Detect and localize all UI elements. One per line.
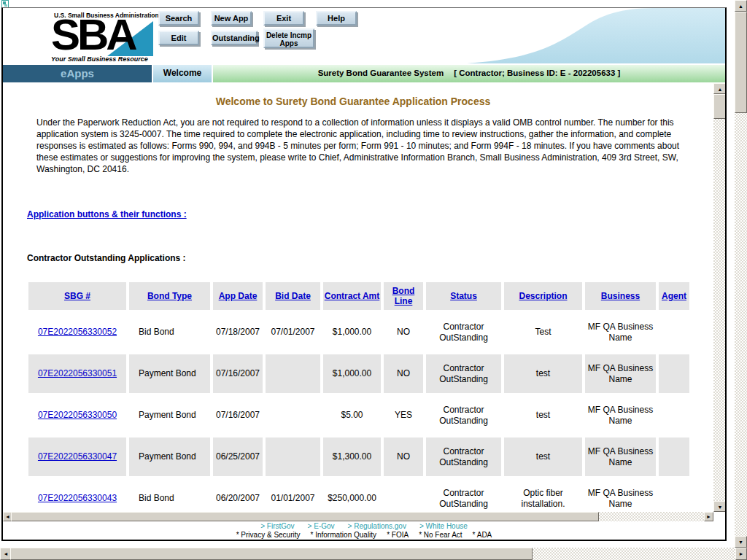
masthead: U.S. Small Business Administration SBA Y… bbox=[3, 8, 725, 65]
cell-agent bbox=[659, 396, 689, 435]
window-vertical-scroll-thumb[interactable] bbox=[735, 12, 747, 113]
table-header: SBG #Bond TypeApp DateBid DateContract A… bbox=[28, 282, 689, 310]
cell-bond_line: NO bbox=[384, 313, 423, 351]
cell-bond_type: Bid Bond bbox=[129, 479, 210, 512]
sbg-number-link[interactable]: 07E2022056330047 bbox=[38, 451, 117, 462]
cell-description: test bbox=[504, 438, 582, 476]
sort-link-business[interactable]: Business bbox=[601, 291, 640, 301]
sort-link-description[interactable]: Description bbox=[519, 291, 567, 301]
column-header-bid-date: Bid Date bbox=[266, 282, 320, 310]
gov-link-e-gov[interactable]: > E-Gov bbox=[308, 522, 335, 530]
column-header-app-date: App Date bbox=[213, 282, 263, 310]
gov-link-white-house[interactable]: > White House bbox=[419, 522, 468, 530]
edit-button[interactable]: Edit bbox=[158, 31, 199, 45]
frame-scroll-down-button[interactable]: ▼ bbox=[713, 501, 727, 512]
cell-bond_type: Payment Bond bbox=[129, 438, 210, 476]
frame-vertical-scroll-thumb[interactable] bbox=[713, 94, 727, 119]
sbg-number-link[interactable]: 07E2022056330052 bbox=[38, 327, 117, 337]
cell-app_date: 07/16/2007 bbox=[213, 396, 263, 435]
cell-description: Optic fiber installation. bbox=[504, 479, 582, 512]
frame-vertical-scrollbar[interactable]: ▲ ▼ bbox=[713, 83, 727, 512]
cell-status: Contractor OutStanding bbox=[426, 354, 501, 393]
column-header-business: Business bbox=[585, 282, 656, 310]
window-horizontal-scrollbar[interactable]: ◄ ► bbox=[0, 548, 747, 560]
cell-sbg: 07E2022056330043 bbox=[28, 479, 126, 512]
cell-bond_line: NO bbox=[384, 438, 423, 476]
sort-link-agent[interactable]: Agent bbox=[662, 291, 686, 301]
sort-link-bond-type[interactable]: Bond Type bbox=[147, 291, 192, 301]
table-row: 07E2022056330051Payment Bond07/16/2007$1… bbox=[28, 354, 689, 393]
sort-link-status[interactable]: Status bbox=[450, 291, 477, 301]
cell-contract_amt: $5.00 bbox=[323, 396, 381, 435]
cell-description: test bbox=[504, 354, 582, 393]
cell-business: MF QA Business Name bbox=[585, 479, 656, 512]
cell-description: Test bbox=[504, 313, 582, 351]
tab-welcome[interactable]: Welcome bbox=[153, 65, 212, 82]
cell-bid_date: 07/01/2007 bbox=[266, 313, 320, 351]
policy-link-no-fear-act[interactable]: * No Fear Act bbox=[419, 531, 462, 539]
cell-agent bbox=[659, 479, 689, 512]
application-window: U.S. Small Business Administration SBA Y… bbox=[0, 0, 747, 560]
policy-link-foia[interactable]: * FOIA bbox=[387, 531, 409, 539]
scroll-up-icon: ▲ bbox=[735, 1, 746, 12]
scroll-down-icon: ▼ bbox=[735, 537, 746, 548]
gov-link-regulations-gov[interactable]: > Regulations.gov bbox=[348, 522, 406, 530]
cell-bid_date: 01/01/2007 bbox=[266, 479, 320, 512]
window-scroll-right-button[interactable]: ► bbox=[735, 548, 747, 560]
sort-link-bond-line[interactable]: Bond Line bbox=[392, 286, 415, 306]
sbg-number-link[interactable]: 07E2022056330051 bbox=[38, 368, 117, 378]
column-header-sbg: SBG # bbox=[28, 282, 126, 310]
system-title-text: Surety Bond Guarantee System bbox=[318, 69, 444, 77]
frame-vertical-scroll-track[interactable] bbox=[713, 94, 727, 501]
outstanding-button[interactable]: Outstanding bbox=[211, 31, 258, 45]
cell-status: Contractor OutStanding bbox=[426, 438, 501, 476]
browser-page: U.S. Small Business Administration SBA Y… bbox=[0, 0, 735, 548]
table-row: 07E2022056330047Payment Bond06/25/2007$1… bbox=[28, 438, 689, 476]
gov-link-firstgov[interactable]: > FirstGov bbox=[260, 522, 294, 530]
sort-link-sbg[interactable]: SBG # bbox=[64, 291, 90, 301]
scroll-down-icon: ▼ bbox=[714, 502, 726, 513]
frame-scroll-up-button[interactable]: ▲ bbox=[713, 83, 727, 94]
cell-app_date: 06/20/2007 bbox=[213, 479, 263, 512]
sba-logo-text: SBA bbox=[51, 14, 135, 56]
cell-contract_amt: $1,300.00 bbox=[323, 438, 381, 476]
cell-status: Contractor OutStanding bbox=[426, 313, 501, 351]
application-buttons-functions-link[interactable]: Application buttons & their functions : bbox=[27, 209, 187, 219]
policy-links-row: * Privacy & Security* Information Qualit… bbox=[3, 531, 725, 540]
policy-link-privacy-security[interactable]: * Privacy & Security bbox=[236, 531, 301, 539]
sort-link-contract-amt[interactable]: Contract Amt bbox=[325, 291, 380, 301]
header-swoosh-graphic bbox=[366, 8, 725, 65]
cell-contract_amt: $1,000.00 bbox=[323, 313, 381, 351]
sort-link-app-date[interactable]: App Date bbox=[219, 291, 258, 301]
cell-agent bbox=[659, 438, 689, 476]
exit-button[interactable]: Exit bbox=[263, 11, 304, 26]
frame-horizontal-scroll-thumb[interactable] bbox=[11, 512, 599, 521]
sbg-number-link[interactable]: 07E2022056330050 bbox=[38, 410, 117, 420]
sbg-number-link[interactable]: 07E2022056330043 bbox=[38, 493, 117, 503]
page-footer: > FirstGov> E-Gov> Regulations.gov> Whit… bbox=[3, 522, 725, 540]
frame-horizontal-scrollbar[interactable]: ◄ ► bbox=[3, 512, 713, 521]
cell-bond_line: YES bbox=[384, 396, 423, 435]
help-button[interactable]: Help bbox=[316, 11, 357, 26]
application-frame: Welcome to Surety Bond Guarantee Applica… bbox=[3, 82, 713, 512]
frame-scroll-right-button[interactable]: ► bbox=[704, 512, 713, 521]
cell-sbg: 07E2022056330052 bbox=[28, 313, 126, 351]
window-horizontal-scroll-thumb[interactable] bbox=[10, 548, 533, 560]
sba-tagline-text: Your Small Business Resource bbox=[51, 55, 148, 63]
policy-link-information-quality[interactable]: * Information Quality bbox=[311, 531, 377, 539]
outstanding-applications-table: SBG #Bond TypeApp DateBid DateContract A… bbox=[26, 279, 692, 512]
cell-bond_line bbox=[384, 479, 423, 512]
delete-incmp-apps-button[interactable]: Delete Incmp Apps bbox=[263, 28, 314, 48]
window-scroll-down-button[interactable]: ▼ bbox=[735, 536, 747, 548]
cell-status: Contractor OutStanding bbox=[426, 396, 501, 435]
window-scroll-up-button[interactable]: ▲ bbox=[735, 0, 747, 12]
table-header-row: SBG #Bond TypeApp DateBid DateContract A… bbox=[28, 282, 689, 310]
sort-link-bid-date[interactable]: Bid Date bbox=[275, 291, 311, 301]
search-button[interactable]: Search bbox=[158, 11, 199, 26]
new-app-button[interactable]: New App bbox=[211, 11, 252, 26]
cell-business: MF QA Business Name bbox=[585, 396, 656, 435]
policy-link-ada[interactable]: * ADA bbox=[473, 531, 492, 539]
cell-business: MF QA Business Name bbox=[585, 313, 656, 351]
column-header-description: Description bbox=[504, 282, 582, 310]
window-vertical-scrollbar[interactable]: ▲ ▼ bbox=[735, 0, 747, 548]
